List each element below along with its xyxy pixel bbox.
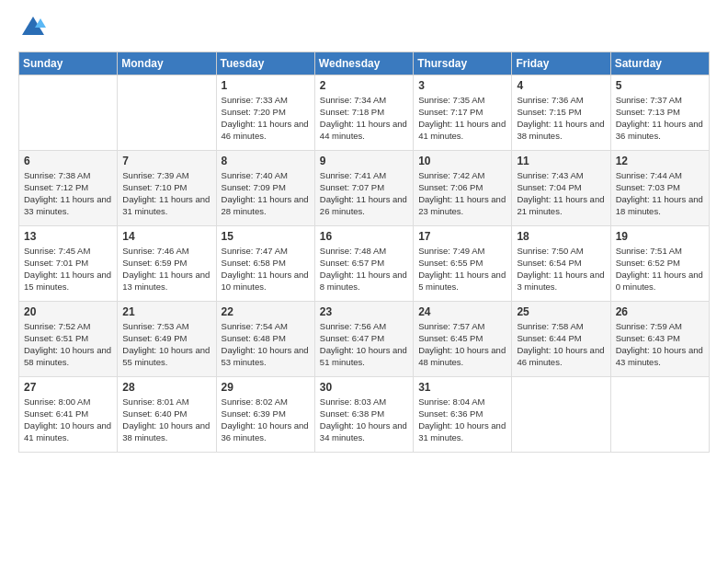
day-number: 10 (418, 155, 506, 167)
calendar-cell: 15Sunrise: 7:47 AM Sunset: 6:58 PM Dayli… (216, 225, 314, 301)
day-number: 31 (418, 381, 506, 394)
calendar-week-1: 1Sunrise: 7:33 AM Sunset: 7:20 PM Daylig… (19, 75, 710, 150)
calendar-cell: 30Sunrise: 8:03 AM Sunset: 6:38 PM Dayli… (314, 376, 413, 452)
logo (18, 15, 46, 42)
calendar-cell: 16Sunrise: 7:48 AM Sunset: 6:57 PM Dayli… (314, 225, 413, 301)
day-info: Sunrise: 7:33 AM Sunset: 7:20 PM Dayligh… (222, 94, 310, 143)
day-info: Sunrise: 8:02 AM Sunset: 6:39 PM Dayligh… (222, 396, 310, 444)
day-number: 4 (517, 79, 605, 92)
day-info: Sunrise: 7:54 AM Sunset: 6:48 PM Dayligh… (222, 320, 310, 369)
calendar-header-tuesday: Tuesday (216, 52, 314, 75)
day-number: 13 (24, 230, 112, 243)
day-info: Sunrise: 8:01 AM Sunset: 6:40 PM Dayligh… (122, 396, 210, 444)
calendar-cell: 20Sunrise: 7:52 AM Sunset: 6:51 PM Dayli… (19, 301, 118, 376)
calendar-cell: 22Sunrise: 7:54 AM Sunset: 6:48 PM Dayli… (216, 301, 314, 376)
calendar-cell: 19Sunrise: 7:51 AM Sunset: 6:52 PM Dayli… (610, 225, 709, 301)
header (18, 15, 710, 42)
day-info: Sunrise: 7:59 AM Sunset: 6:43 PM Dayligh… (616, 320, 704, 369)
calendar-cell: 1Sunrise: 7:33 AM Sunset: 7:20 PM Daylig… (216, 75, 314, 150)
day-number: 20 (24, 305, 112, 318)
day-number: 1 (222, 79, 310, 92)
calendar-cell: 29Sunrise: 8:02 AM Sunset: 6:39 PM Dayli… (216, 376, 314, 452)
day-info: Sunrise: 7:43 AM Sunset: 7:04 PM Dayligh… (517, 169, 605, 218)
day-number: 2 (320, 79, 408, 92)
calendar-cell: 8Sunrise: 7:40 AM Sunset: 7:09 PM Daylig… (216, 150, 314, 225)
day-info: Sunrise: 7:41 AM Sunset: 7:07 PM Dayligh… (320, 169, 408, 218)
day-number: 7 (122, 155, 210, 167)
calendar-cell: 12Sunrise: 7:44 AM Sunset: 7:03 PM Dayli… (610, 150, 709, 225)
day-info: Sunrise: 7:36 AM Sunset: 7:15 PM Dayligh… (517, 94, 605, 143)
day-number: 3 (418, 79, 506, 92)
day-info: Sunrise: 7:56 AM Sunset: 6:47 PM Dayligh… (320, 320, 408, 369)
calendar-cell (118, 75, 216, 150)
day-number: 21 (122, 305, 210, 318)
day-number: 23 (320, 305, 408, 318)
day-info: Sunrise: 7:51 AM Sunset: 6:52 PM Dayligh… (616, 245, 704, 293)
day-number: 22 (222, 305, 310, 318)
calendar-cell: 21Sunrise: 7:53 AM Sunset: 6:49 PM Dayli… (118, 301, 216, 376)
day-number: 9 (320, 155, 408, 167)
calendar-cell: 17Sunrise: 7:49 AM Sunset: 6:55 PM Dayli… (414, 225, 512, 301)
calendar-cell: 5Sunrise: 7:37 AM Sunset: 7:13 PM Daylig… (610, 75, 709, 150)
day-info: Sunrise: 8:03 AM Sunset: 6:38 PM Dayligh… (320, 396, 408, 444)
day-info: Sunrise: 7:35 AM Sunset: 7:17 PM Dayligh… (418, 94, 506, 143)
day-number: 16 (320, 230, 408, 243)
calendar-header-row: SundayMondayTuesdayWednesdayThursdayFrid… (19, 52, 710, 75)
day-number: 24 (418, 305, 506, 318)
day-info: Sunrise: 7:58 AM Sunset: 6:44 PM Dayligh… (517, 320, 605, 369)
calendar-cell (19, 75, 118, 150)
day-info: Sunrise: 7:39 AM Sunset: 7:10 PM Dayligh… (122, 169, 210, 218)
calendar-cell: 11Sunrise: 7:43 AM Sunset: 7:04 PM Dayli… (512, 150, 610, 225)
day-number: 14 (122, 230, 210, 243)
day-info: Sunrise: 7:40 AM Sunset: 7:09 PM Dayligh… (222, 169, 310, 218)
calendar-cell: 13Sunrise: 7:45 AM Sunset: 7:01 PM Dayli… (19, 225, 118, 301)
calendar-cell: 26Sunrise: 7:59 AM Sunset: 6:43 PM Dayli… (610, 301, 709, 376)
day-info: Sunrise: 7:53 AM Sunset: 6:49 PM Dayligh… (122, 320, 210, 369)
calendar-cell (512, 376, 610, 452)
page: SundayMondayTuesdayWednesdayThursdayFrid… (0, 0, 728, 563)
calendar-header-thursday: Thursday (414, 52, 512, 75)
day-number: 25 (517, 305, 605, 318)
day-number: 28 (122, 381, 210, 394)
calendar-cell: 23Sunrise: 7:56 AM Sunset: 6:47 PM Dayli… (314, 301, 413, 376)
calendar-header-wednesday: Wednesday (314, 52, 413, 75)
calendar-cell: 2Sunrise: 7:34 AM Sunset: 7:18 PM Daylig… (314, 75, 413, 150)
calendar-header-friday: Friday (512, 52, 610, 75)
day-info: Sunrise: 7:57 AM Sunset: 6:45 PM Dayligh… (418, 320, 506, 369)
calendar-header-saturday: Saturday (610, 52, 709, 75)
calendar-cell: 10Sunrise: 7:42 AM Sunset: 7:06 PM Dayli… (414, 150, 512, 225)
day-number: 27 (24, 381, 112, 394)
day-number: 11 (517, 155, 605, 167)
day-number: 6 (24, 155, 112, 167)
calendar-cell: 6Sunrise: 7:38 AM Sunset: 7:12 PM Daylig… (19, 150, 118, 225)
day-number: 26 (616, 305, 704, 318)
calendar-cell: 7Sunrise: 7:39 AM Sunset: 7:10 PM Daylig… (118, 150, 216, 225)
day-info: Sunrise: 7:46 AM Sunset: 6:59 PM Dayligh… (122, 245, 210, 293)
day-info: Sunrise: 7:45 AM Sunset: 7:01 PM Dayligh… (24, 245, 112, 293)
day-number: 30 (320, 381, 408, 394)
day-info: Sunrise: 7:50 AM Sunset: 6:54 PM Dayligh… (517, 245, 605, 293)
calendar-cell: 14Sunrise: 7:46 AM Sunset: 6:59 PM Dayli… (118, 225, 216, 301)
calendar-cell: 9Sunrise: 7:41 AM Sunset: 7:07 PM Daylig… (314, 150, 413, 225)
calendar-cell: 28Sunrise: 8:01 AM Sunset: 6:40 PM Dayli… (118, 376, 216, 452)
calendar-week-4: 20Sunrise: 7:52 AM Sunset: 6:51 PM Dayli… (19, 301, 710, 376)
calendar-cell: 31Sunrise: 8:04 AM Sunset: 6:36 PM Dayli… (414, 376, 512, 452)
day-number: 8 (222, 155, 310, 167)
calendar-header-sunday: Sunday (19, 52, 118, 75)
calendar-cell: 27Sunrise: 8:00 AM Sunset: 6:41 PM Dayli… (19, 376, 118, 452)
calendar-week-3: 13Sunrise: 7:45 AM Sunset: 7:01 PM Dayli… (19, 225, 710, 301)
calendar-cell: 18Sunrise: 7:50 AM Sunset: 6:54 PM Dayli… (512, 225, 610, 301)
calendar-cell: 3Sunrise: 7:35 AM Sunset: 7:17 PM Daylig… (414, 75, 512, 150)
day-info: Sunrise: 8:04 AM Sunset: 6:36 PM Dayligh… (418, 396, 506, 444)
day-info: Sunrise: 7:44 AM Sunset: 7:03 PM Dayligh… (616, 169, 704, 218)
logo-icon (20, 15, 46, 40)
day-info: Sunrise: 7:52 AM Sunset: 6:51 PM Dayligh… (24, 320, 112, 369)
day-info: Sunrise: 7:42 AM Sunset: 7:06 PM Dayligh… (418, 169, 506, 218)
calendar-cell: 24Sunrise: 7:57 AM Sunset: 6:45 PM Dayli… (414, 301, 512, 376)
calendar-header-monday: Monday (118, 52, 216, 75)
calendar: SundayMondayTuesdayWednesdayThursdayFrid… (18, 52, 710, 453)
day-number: 15 (222, 230, 310, 243)
day-info: Sunrise: 7:34 AM Sunset: 7:18 PM Dayligh… (320, 94, 408, 143)
calendar-cell: 25Sunrise: 7:58 AM Sunset: 6:44 PM Dayli… (512, 301, 610, 376)
calendar-cell: 4Sunrise: 7:36 AM Sunset: 7:15 PM Daylig… (512, 75, 610, 150)
